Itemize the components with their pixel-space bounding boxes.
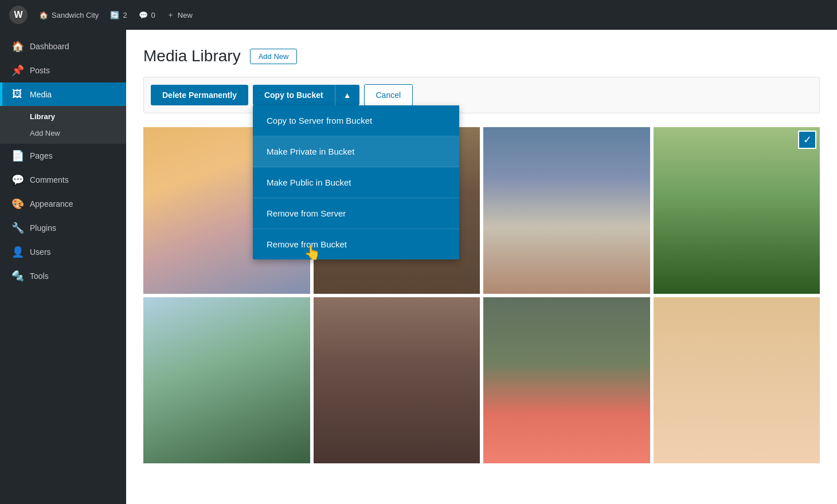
updates-icon: 🔄	[110, 11, 119, 19]
admin-bar-home[interactable]: 🏠 Sandwich City	[39, 11, 99, 19]
admin-bar-updates[interactable]: 🔄 2	[110, 11, 127, 19]
bulk-action-toolbar: Delete Permanently Copy to Bucket▲ Copy …	[143, 77, 820, 113]
dropdown-item-remove-bucket[interactable]: Remove from Bucket	[253, 229, 459, 259]
dropdown-item-copy-from-bucket[interactable]: Copy to Server from Bucket	[253, 105, 459, 136]
sidebar-item-comments[interactable]: 💬 Comments	[0, 168, 126, 192]
sidebar-item-appearance[interactable]: 🎨 Appearance	[0, 192, 126, 216]
tools-icon: 🔩	[11, 270, 23, 282]
users-icon: 👤	[11, 246, 23, 258]
dropdown-arrow-button[interactable]: ▲	[335, 85, 359, 105]
sidebar: 🏠 Dashboard 📌 Posts 🖼 Media Library Add …	[0, 30, 126, 504]
home-icon: 🏠	[39, 11, 48, 19]
delete-permanently-button[interactable]: Delete Permanently	[151, 85, 248, 105]
copy-to-bucket-dropdown: Copy to Bucket▲ Copy to Server from Buck…	[253, 85, 359, 105]
selected-check: ✓	[798, 131, 816, 149]
sidebar-item-dashboard[interactable]: 🏠 Dashboard	[0, 34, 126, 58]
add-new-button[interactable]: Add New	[250, 49, 298, 64]
media-item[interactable]	[314, 297, 480, 464]
media-grid: ✓	[143, 127, 820, 463]
sidebar-item-media[interactable]: 🖼 Media	[0, 82, 126, 106]
posts-icon: 📌	[11, 64, 23, 77]
plus-icon: ＋	[167, 10, 174, 20]
media-submenu: Library Add New	[0, 106, 126, 144]
comments-icon: 💬	[139, 11, 148, 19]
media-item[interactable]	[483, 127, 650, 294]
admin-bar-comments[interactable]: 💬 0	[139, 11, 155, 19]
media-item[interactable]	[654, 297, 820, 464]
media-item[interactable]	[483, 297, 650, 464]
copy-to-bucket-button[interactable]: Copy to Bucket	[253, 85, 335, 105]
sidebar-item-plugins[interactable]: 🔧 Plugins	[0, 216, 126, 240]
plugins-icon: 🔧	[11, 222, 23, 234]
admin-bar: W 🏠 Sandwich City 🔄 2 💬 0 ＋ New	[0, 0, 837, 30]
admin-bar-new[interactable]: ＋ New	[167, 10, 193, 20]
sidebar-item-posts[interactable]: 📌 Posts	[0, 58, 126, 82]
media-item[interactable]: ✓	[654, 127, 820, 294]
pages-icon: 📄	[11, 149, 23, 162]
dropdown-item-make-private[interactable]: Make Private in Bucket	[253, 136, 459, 167]
main-content: Media Library Add New Delete Permanently…	[126, 30, 837, 504]
sidebar-item-users[interactable]: 👤 Users	[0, 240, 126, 264]
page-title: Media Library Add New	[143, 47, 820, 65]
dropdown-item-remove-server[interactable]: Remove from Server	[253, 198, 459, 229]
media-item[interactable]	[143, 297, 310, 464]
dropdown-menu: Copy to Server from Bucket Make Private …	[253, 105, 459, 259]
sidebar-item-add-new[interactable]: Add New	[0, 125, 126, 141]
sidebar-item-library[interactable]: Library	[0, 108, 126, 125]
wp-logo[interactable]: W	[9, 6, 28, 24]
sidebar-item-pages[interactable]: 📄 Pages	[0, 144, 126, 168]
media-icon: 🖼	[11, 88, 23, 100]
comments-nav-icon: 💬	[11, 174, 23, 186]
cancel-button[interactable]: Cancel	[364, 84, 413, 106]
dropdown-item-make-public[interactable]: Make Public in Bucket	[253, 167, 459, 198]
sidebar-item-tools[interactable]: 🔩 Tools	[0, 264, 126, 288]
appearance-icon: 🎨	[11, 198, 23, 210]
dashboard-icon: 🏠	[11, 40, 23, 53]
